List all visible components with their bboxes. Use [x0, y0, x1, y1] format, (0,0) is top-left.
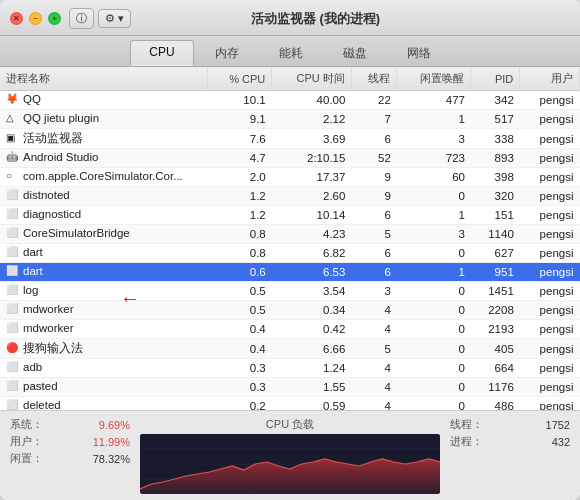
- process-user-cell: pengsi: [520, 149, 580, 168]
- col-user[interactable]: 用户: [520, 67, 580, 91]
- process-name-cell: ⬜dart: [0, 263, 208, 282]
- process-cpu-cell: 0.5: [208, 301, 272, 320]
- process-idle-cell: 0: [397, 301, 471, 320]
- process-icon: ⬜: [6, 227, 20, 241]
- col-idle[interactable]: 闲置唤醒: [397, 67, 471, 91]
- tab-cpu[interactable]: CPU: [130, 40, 193, 66]
- process-time-cell: 2.60: [272, 187, 352, 206]
- process-name-cell: ▣活动监视器: [0, 129, 208, 149]
- process-name-cell: △QQ jietu plugin: [0, 110, 208, 129]
- process-user-cell: pengsi: [520, 359, 580, 378]
- process-pid-cell: 1176: [471, 378, 520, 397]
- threads-value: 1752: [546, 419, 570, 431]
- zoom-button[interactable]: +: [48, 12, 61, 25]
- process-time-cell: 0.34: [272, 301, 352, 320]
- process-icon: ⬜: [6, 265, 20, 279]
- process-time-cell: 1.24: [272, 359, 352, 378]
- table-row[interactable]: ▣活动监视器7.63.6963338pengsi: [0, 129, 580, 149]
- process-cpu-cell: 7.6: [208, 129, 272, 149]
- process-user-cell: pengsi: [520, 110, 580, 129]
- process-pid-cell: 627: [471, 244, 520, 263]
- tab-energy[interactable]: 能耗: [260, 40, 322, 66]
- process-name-cell: ⬜dart: [0, 244, 208, 263]
- table-row[interactable]: ○com.apple.CoreSimulator.Cor...2.017.379…: [0, 168, 580, 187]
- tab-network[interactable]: 网络: [388, 40, 450, 66]
- minimize-button[interactable]: −: [29, 12, 42, 25]
- process-cpu-cell: 0.8: [208, 244, 272, 263]
- table-row[interactable]: ⬜dart0.66.5361951pengsi: [0, 263, 580, 282]
- col-pid[interactable]: PID: [471, 67, 520, 91]
- tabbar: CPU 内存 能耗 磁盘 网络: [0, 36, 580, 67]
- process-idle-cell: 0: [397, 244, 471, 263]
- process-cpu-cell: 1.2: [208, 206, 272, 225]
- process-threads-cell: 4: [351, 320, 396, 339]
- process-name-cell: ⬜log: [0, 282, 208, 301]
- process-time-cell: 17.37: [272, 168, 352, 187]
- process-time-cell: 4.23: [272, 225, 352, 244]
- process-name-cell: ⬜distnoted: [0, 187, 208, 206]
- table-row[interactable]: ⬜mdworker0.40.42402193pengsi: [0, 320, 580, 339]
- usr-label: 用户：: [10, 434, 43, 449]
- close-button[interactable]: ✕: [10, 12, 23, 25]
- process-threads-cell: 7: [351, 110, 396, 129]
- col-cpu[interactable]: % CPU: [208, 67, 272, 91]
- table-row[interactable]: ⬜CoreSimulatorBridge0.84.23531140pengsi: [0, 225, 580, 244]
- process-user-cell: pengsi: [520, 206, 580, 225]
- table-row[interactable]: ⬜dart0.86.8260627pengsi: [0, 244, 580, 263]
- cpu-stats-right: 线程： 1752 进程： 432: [450, 417, 570, 494]
- tab-memory[interactable]: 内存: [196, 40, 258, 66]
- col-threads[interactable]: 线程: [351, 67, 396, 91]
- table-row[interactable]: ⬜mdworker0.50.34402208pengsi: [0, 301, 580, 320]
- table-row[interactable]: ⬜diagnosticd1.210.1461151pengsi: [0, 206, 580, 225]
- table-row[interactable]: ⬜deleted0.20.5940486pengsi: [0, 397, 580, 411]
- process-idle-cell: 60: [397, 168, 471, 187]
- window-title: 活动监视器 (我的进程): [139, 10, 492, 28]
- process-pid-cell: 342: [471, 91, 520, 110]
- traffic-lights: ✕ − +: [10, 12, 61, 25]
- process-tbody: 🦊QQ10.140.0022477342pengsi△QQ jietu plug…: [0, 91, 580, 411]
- info-button[interactable]: ⓘ: [69, 8, 94, 29]
- process-threads-cell: 4: [351, 397, 396, 411]
- process-pid-cell: 893: [471, 149, 520, 168]
- process-user-cell: pengsi: [520, 263, 580, 282]
- process-idle-cell: 1: [397, 263, 471, 282]
- process-idle-cell: 0: [397, 397, 471, 411]
- col-cputime[interactable]: CPU 时间: [272, 67, 352, 91]
- process-icon: ⬜: [6, 246, 20, 260]
- process-time-cell: 10.14: [272, 206, 352, 225]
- process-icon: ▣: [6, 132, 20, 146]
- process-cpu-cell: 0.6: [208, 263, 272, 282]
- col-name[interactable]: 进程名称: [0, 67, 208, 91]
- process-cpu-cell: 0.2: [208, 397, 272, 411]
- process-user-cell: pengsi: [520, 301, 580, 320]
- process-name-cell: 🤖Android Studio: [0, 149, 208, 168]
- process-cpu-cell: 0.4: [208, 320, 272, 339]
- idle-value: 78.32%: [93, 453, 130, 465]
- table-row[interactable]: 🤖Android Studio4.72:10.1552723893pengsi: [0, 149, 580, 168]
- process-idle-cell: 3: [397, 225, 471, 244]
- process-pid-cell: 405: [471, 339, 520, 359]
- process-cpu-cell: 0.3: [208, 359, 272, 378]
- table-row[interactable]: ⬜adb0.31.2440664pengsi: [0, 359, 580, 378]
- process-icon: ⬜: [6, 322, 20, 336]
- process-cpu-cell: 10.1: [208, 91, 272, 110]
- process-icon: 🦊: [6, 93, 20, 107]
- process-icon: ⬜: [6, 399, 20, 410]
- process-pid-cell: 2193: [471, 320, 520, 339]
- table-row[interactable]: 🦊QQ10.140.0022477342pengsi: [0, 91, 580, 110]
- table-row[interactable]: 🔴搜狗输入法0.46.6650405pengsi: [0, 339, 580, 359]
- table-row[interactable]: ⬜distnoted1.22.6090320pengsi: [0, 187, 580, 206]
- process-time-cell: 6.66: [272, 339, 352, 359]
- process-name-cell: ⬜CoreSimulatorBridge: [0, 225, 208, 244]
- table-row[interactable]: ⬜pasted0.31.55401176pengsi: [0, 378, 580, 397]
- process-threads-cell: 5: [351, 339, 396, 359]
- settings-button[interactable]: ⚙ ▾: [98, 9, 131, 28]
- process-name-cell: ⬜mdworker: [0, 301, 208, 320]
- table-row[interactable]: △QQ jietu plugin9.12.1271517pengsi: [0, 110, 580, 129]
- table-row[interactable]: ⬜log0.53.54301451pengsi: [0, 282, 580, 301]
- process-icon: ○: [6, 170, 20, 184]
- process-user-cell: pengsi: [520, 339, 580, 359]
- process-pid-cell: 2208: [471, 301, 520, 320]
- process-threads-cell: 6: [351, 206, 396, 225]
- tab-disk[interactable]: 磁盘: [324, 40, 386, 66]
